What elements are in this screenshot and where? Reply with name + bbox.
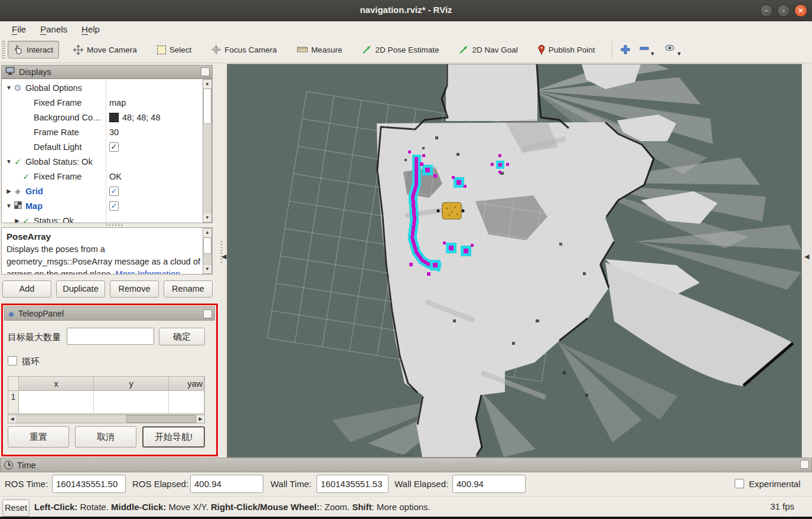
panel-diamond-icon: ◆ [8,309,14,318]
caret-down-icon[interactable]: ▼ [5,203,12,209]
scroll-right-icon[interactable]: ▶ [197,415,204,423]
scrollbar-thumb[interactable] [126,415,196,423]
tree-row-global-status[interactable]: ▼ ✓ Global Status: Ok [2,154,212,169]
cell-x[interactable] [19,391,94,413]
tool-2d-nav-goal[interactable]: 2D Nav Goal [453,41,523,58]
tool-move-camera[interactable]: Move Camera [67,41,143,59]
tree-row-frame-rate[interactable]: Frame Rate 30 [2,125,212,139]
window-title: navigation.rviz* - RViz [0,5,812,15]
goal-table-header: x y yaw [8,377,204,391]
cancel-button[interactable]: 取消 [75,426,136,448]
green-arrow-icon [459,45,468,54]
maximize-icon[interactable]: ▫ [777,4,790,17]
rviz-window: navigation.rviz* - RViz ‒ ▫ ✕ File Panel… [0,0,812,519]
displays-float-button[interactable] [201,67,210,76]
default-light-checkbox[interactable]: ✓ [109,142,119,152]
close-icon[interactable]: ✕ [794,4,807,17]
loop-checkbox[interactable] [8,356,17,365]
background-color-value[interactable]: 48; 48; 48 [109,113,161,122]
reset-button[interactable]: Reset [2,500,30,517]
reset-goals-button[interactable]: 重置 [8,426,69,448]
displays-panel-title: Displays [19,67,51,77]
teleop-float-button[interactable] [203,309,212,318]
scrollbar-thumb[interactable] [203,89,211,124]
3d-viewport[interactable] [227,64,802,458]
column-x[interactable]: x [19,377,94,390]
max-goal-input[interactable] [67,328,154,345]
wall-time-input[interactable] [317,475,389,493]
table-hscrollbar[interactable]: ◀ ▶ [8,414,205,423]
caret-down-icon[interactable]: ▼ [5,84,12,91]
grid-checkbox[interactable]: ✓ [109,187,119,196]
add-button[interactable]: Add [2,280,51,298]
frame-rate-value[interactable]: 30 [109,128,119,137]
scroll-down-icon[interactable]: ▼ [203,214,211,222]
zoom-in-button[interactable] [621,44,630,56]
tree-row-map[interactable]: ▼ Map ✓ [2,198,212,213]
map-checkbox[interactable]: ✓ [109,201,119,211]
tool-measure[interactable]: Measure [291,41,348,58]
main-area: Displays ▼ ⚙ Global Options Fixed Frame … [0,64,812,458]
tree-row-grid[interactable]: ▶ ◈ Grid ✓ [2,184,212,198]
start-navigation-button[interactable]: 开始导航! [142,426,205,448]
column-y[interactable]: y [94,377,169,390]
tree-row-global-options[interactable]: ▼ ⚙ Global Options [2,80,212,95]
more-information-link[interactable]: More Information. [116,269,183,275]
time-panel-header[interactable]: Time [0,458,812,472]
ros-time-input[interactable] [52,475,126,493]
panel-splitter-handle[interactable] [106,224,124,226]
description-scrollbar[interactable]: ▲ ▼ [203,228,212,274]
wall-elapsed-input[interactable] [452,475,526,493]
selection-box-icon [157,45,166,54]
goal-table[interactable]: x y yaw 1 [8,376,205,414]
caret-down-icon[interactable]: ▼ [5,158,12,165]
viewport-splitter-handle[interactable] [399,454,414,456]
remove-button[interactable]: Remove [110,280,159,298]
duplicate-button[interactable]: Duplicate [56,280,105,298]
ros-elapsed-input[interactable] [190,475,263,493]
teleop-panel-header[interactable]: ◆ TeleopPanel [4,306,215,321]
toolbar-grip[interactable] [2,41,5,58]
menu-help[interactable]: Help [76,23,106,35]
main-splitter[interactable]: ◀ [220,64,227,458]
time-float-button[interactable] [800,460,809,469]
menu-panels[interactable]: Panels [34,23,73,35]
tree-row-map-status[interactable]: ▶ ✓ Status: Ok [2,213,212,223]
caret-right-icon[interactable]: ▶ [14,217,21,223]
tree-row-default-light[interactable]: Default Light ✓ [2,139,212,154]
tool-publish-point[interactable]: Publish Point [532,41,601,59]
table-row[interactable]: 1 [8,391,204,413]
tree-row-fixed-frame-status[interactable]: ✓ Fixed Frame OK [2,169,212,184]
zoom-out-button[interactable]: ▼ [640,43,656,57]
scroll-down-icon[interactable]: ▼ [203,265,211,273]
displays-tree[interactable]: ▼ ⚙ Global Options Fixed Frame map Backg… [1,79,213,223]
cell-yaw[interactable] [169,391,204,413]
tool-2d-pose-estimate[interactable]: 2D Pose Estimate [356,41,445,58]
tool-interact[interactable]: Interact [8,41,59,58]
scroll-left-icon[interactable]: ◀ [8,415,16,423]
fixed-frame-value[interactable]: map [109,98,126,107]
collapse-right-icon[interactable]: ◀ [804,253,809,260]
confirm-button[interactable]: 确定 [159,328,205,345]
collapse-left-icon[interactable]: ◀ [221,253,226,260]
displays-scrollbar[interactable]: ▲ ▼ [203,79,212,223]
experimental-checkbox[interactable] [735,479,744,488]
tool-select[interactable]: Select [151,41,198,58]
tree-row-background-color[interactable]: Background Co… 48; 48; 48 [2,110,212,125]
title-bar[interactable]: navigation.rviz* - RViz ‒ ▫ ✕ [0,0,812,21]
tree-row-fixed-frame[interactable]: Fixed Frame map [2,95,212,110]
scrollbar-thumb[interactable] [203,237,211,254]
scroll-up-icon[interactable]: ▲ [203,229,211,237]
minus-icon [640,44,649,55]
menu-file[interactable]: File [6,23,32,35]
right-panel-collapsed[interactable]: ◀ [802,64,812,458]
tool-focus-camera[interactable]: Focus Camera [206,41,283,58]
scroll-up-icon[interactable]: ▲ [203,80,211,88]
minimize-icon[interactable]: ‒ [760,4,773,17]
cell-y[interactable] [94,391,169,413]
caret-right-icon[interactable]: ▶ [5,188,12,194]
view-options-button[interactable]: ▼ [664,43,681,57]
displays-panel-header[interactable]: Displays [1,65,213,79]
rename-button[interactable]: Rename [164,280,213,298]
column-yaw[interactable]: yaw [169,377,204,390]
